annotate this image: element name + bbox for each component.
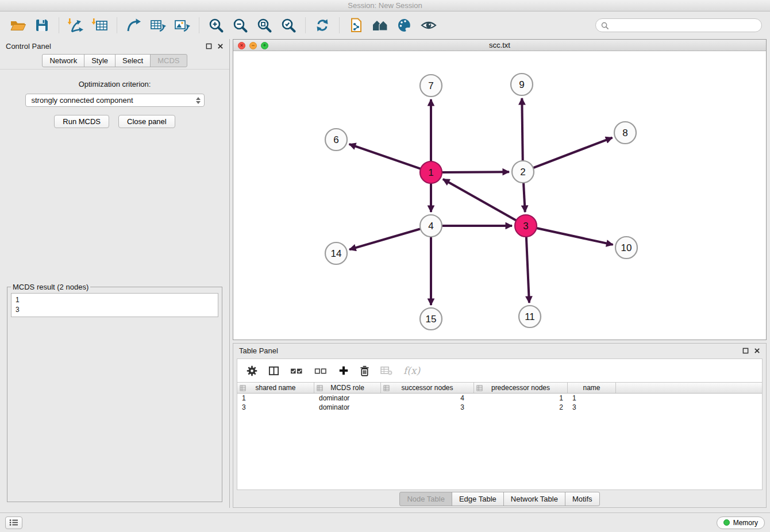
create-column-button[interactable] xyxy=(338,365,349,376)
float-panel-icon[interactable] xyxy=(206,43,212,49)
graph-edge-2-3[interactable] xyxy=(523,182,525,212)
float-table-panel-icon[interactable] xyxy=(742,348,749,354)
graph-node-2[interactable]: 2 xyxy=(512,161,534,183)
graph-node-label: 8 xyxy=(622,128,627,138)
graph-edge-1-6[interactable] xyxy=(349,144,421,169)
graph-node-9[interactable]: 9 xyxy=(511,74,533,95)
save-session-button[interactable] xyxy=(30,14,54,37)
export-network-button[interactable] xyxy=(122,14,146,37)
open-session-button[interactable] xyxy=(6,14,30,37)
graph-node-11[interactable]: 11 xyxy=(519,306,541,327)
run-mcds-button[interactable]: Run MCDS xyxy=(54,115,109,128)
import-table-button[interactable] xyxy=(88,14,112,37)
refresh-network-button[interactable] xyxy=(310,14,334,37)
cell-successor-nodes[interactable]: 3 xyxy=(381,403,474,411)
tab-node-table[interactable]: Node Table xyxy=(399,492,452,506)
close-window-button[interactable] xyxy=(238,42,245,49)
trash-icon xyxy=(360,365,369,376)
select-all-columns-button[interactable] xyxy=(290,366,303,376)
zoom-fit-button[interactable] xyxy=(252,14,276,37)
minimize-window-button[interactable] xyxy=(249,42,257,49)
criterion-select[interactable]: strongly connected component xyxy=(25,94,205,107)
cell-predecessor-nodes[interactable]: 1 xyxy=(474,394,568,402)
application-window: Session: New Session xyxy=(0,0,770,532)
home-button[interactable] xyxy=(368,14,392,37)
tab-edge-table[interactable]: Edge Table xyxy=(452,492,504,506)
column-header-mcds-role[interactable]: MCDS role xyxy=(314,383,381,393)
toolbar-separator xyxy=(117,17,117,33)
export-network-icon xyxy=(125,17,143,33)
plus-icon xyxy=(338,365,349,376)
tab-mcds[interactable]: MCDS xyxy=(150,54,187,67)
network-canvas[interactable]: 7968124314101511 xyxy=(233,51,766,340)
tab-network[interactable]: Network xyxy=(42,54,84,67)
search-input[interactable] xyxy=(612,21,756,30)
apply-style-button[interactable] xyxy=(392,14,417,37)
function-builder-button[interactable]: f(x) xyxy=(403,365,420,376)
cell-name[interactable]: 1 xyxy=(568,394,616,402)
tab-motifs[interactable]: Motifs xyxy=(565,492,600,506)
table-row[interactable]: 3 dominator 3 2 3 xyxy=(237,403,762,412)
first-neighbors-button[interactable] xyxy=(344,14,368,37)
delete-column-button[interactable] xyxy=(360,365,369,376)
tab-network-table[interactable]: Network Table xyxy=(503,492,565,506)
mcds-result-title: MCDS result (2 nodes) xyxy=(11,283,90,291)
graph-node-10[interactable]: 10 xyxy=(615,237,637,259)
table-settings-button[interactable] xyxy=(247,365,257,376)
graph-edge-3-1[interactable] xyxy=(443,179,517,221)
cell-shared-name[interactable]: 3 xyxy=(237,403,314,411)
criterion-selected-value: strongly connected component xyxy=(32,96,196,105)
show-hide-button[interactable] xyxy=(417,14,441,37)
tab-select[interactable]: Select xyxy=(115,54,151,67)
column-type-icon xyxy=(383,385,390,391)
graph-node-3[interactable]: 3 xyxy=(515,215,537,237)
graph-node-6[interactable]: 6 xyxy=(325,129,347,151)
graph-edge-3-11[interactable] xyxy=(526,236,529,303)
graph-edge-3-10[interactable] xyxy=(536,228,613,245)
cell-predecessor-nodes[interactable]: 2 xyxy=(474,403,568,411)
graph-node-7[interactable]: 7 xyxy=(420,75,442,97)
export-table-button[interactable] xyxy=(146,14,170,37)
graph-edge-1-2[interactable] xyxy=(441,172,509,172)
zoom-out-button[interactable] xyxy=(228,14,252,37)
zoom-in-button[interactable] xyxy=(204,14,228,37)
memory-button[interactable]: Memory xyxy=(717,516,765,529)
close-panel-icon[interactable] xyxy=(217,43,224,49)
panel-selector-button[interactable] xyxy=(5,516,22,529)
cell-mcds-role[interactable]: dominator xyxy=(314,394,381,402)
graph-node-14[interactable]: 14 xyxy=(325,242,347,264)
graph-node-label: 7 xyxy=(428,80,433,91)
mcds-result-list[interactable]: 1 3 xyxy=(11,293,218,317)
graph-edge-2-9[interactable] xyxy=(522,98,522,161)
import-network-button[interactable] xyxy=(64,14,88,37)
column-header-shared-name[interactable]: shared name xyxy=(237,383,314,393)
export-image-icon xyxy=(174,17,191,33)
table-row[interactable]: 1 dominator 4 1 1 xyxy=(237,394,762,403)
zoom-selected-button[interactable] xyxy=(276,14,301,37)
import-table-icon xyxy=(91,17,109,33)
graph-edge-2-8[interactable] xyxy=(533,138,613,168)
close-table-panel-icon[interactable] xyxy=(754,348,760,354)
close-panel-button[interactable]: Close panel xyxy=(118,115,175,128)
column-header-name[interactable]: name xyxy=(568,383,616,393)
maximize-window-button[interactable] xyxy=(261,42,268,49)
column-header-predecessor-nodes[interactable]: predecessor nodes xyxy=(474,383,568,393)
graph-node-1[interactable]: 1 xyxy=(420,161,442,183)
column-type-icon xyxy=(240,385,246,391)
right-side: scc.txt 7968124314101511 Table Panel xyxy=(233,39,767,508)
tab-style[interactable]: Style xyxy=(84,54,116,67)
toolbar-separator xyxy=(339,17,340,33)
graph-edge-4-14[interactable] xyxy=(349,229,421,249)
graph-node-4[interactable]: 4 xyxy=(420,215,442,237)
column-header-successor-nodes[interactable]: successor nodes xyxy=(381,383,474,393)
export-image-button[interactable] xyxy=(170,14,194,37)
graph-node-15[interactable]: 15 xyxy=(420,308,442,330)
graph-node-8[interactable]: 8 xyxy=(614,122,636,144)
delete-table-button[interactable] xyxy=(380,366,392,376)
show-columns-button[interactable] xyxy=(268,365,279,376)
unselect-all-columns-button[interactable] xyxy=(314,366,328,376)
cell-name[interactable]: 3 xyxy=(568,403,616,411)
cell-shared-name[interactable]: 1 xyxy=(237,394,314,402)
cell-successor-nodes[interactable]: 4 xyxy=(381,394,474,402)
cell-mcds-role[interactable]: dominator xyxy=(314,403,381,411)
